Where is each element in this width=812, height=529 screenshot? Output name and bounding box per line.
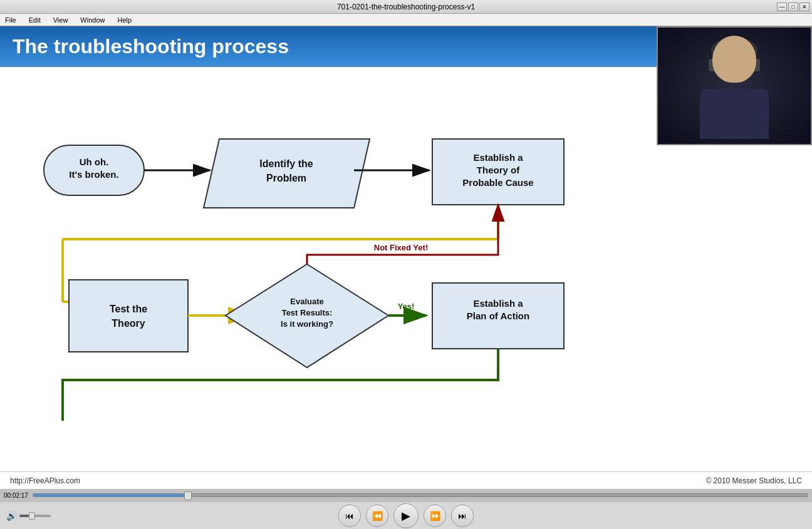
play-button[interactable]: ▶ — [393, 503, 419, 528]
volume-icon[interactable]: 🔊 — [6, 511, 17, 521]
webcam-background — [658, 28, 811, 144]
window-controls[interactable]: — □ ✕ — [777, 3, 809, 11]
svg-text:Evaluate: Evaluate — [290, 297, 323, 306]
svg-text:Uh oh.: Uh oh. — [80, 157, 109, 167]
skip-back-button[interactable]: ⏮ — [338, 505, 361, 527]
time-display: 00:02:17 — [4, 492, 29, 499]
footer-left: http://FreeAPlus.com — [10, 476, 80, 485]
progress-fill — [33, 494, 188, 496]
volume-slider[interactable] — [19, 515, 51, 517]
volume-area: 🔊 — [6, 511, 51, 521]
svg-text:It's broken.: It's broken. — [69, 169, 118, 180]
window-title: 701-0201-the-troubleshooting-process-v1 — [337, 3, 475, 11]
progress-thumb[interactable] — [184, 491, 192, 500]
menu-bar: File Edit View Window Help — [0, 14, 812, 26]
svg-text:Identify the: Identify the — [259, 158, 313, 169]
svg-text:Plan of Action: Plan of Action — [467, 311, 529, 321]
progress-track[interactable] — [33, 493, 808, 497]
content-area: The troubleshooting process — [0, 26, 812, 489]
progress-container: 00:02:17 — [0, 489, 812, 501]
svg-text:Yes!: Yes! — [398, 302, 415, 311]
svg-text:Theory: Theory — [112, 318, 145, 329]
maximize-button[interactable]: □ — [788, 3, 798, 11]
svg-text:Theory of: Theory of — [477, 165, 520, 175]
main-container: The troubleshooting process — [0, 26, 812, 529]
flowchart-diagram: Uh oh. It's broken. Identify the Problem… — [0, 70, 652, 421]
head — [712, 36, 756, 83]
close-button[interactable]: ✕ — [799, 3, 809, 11]
footer-right: © 2010 Messer Studios, LLC — [705, 476, 802, 485]
rewind-button[interactable]: ⏪ — [366, 505, 388, 527]
volume-thumb[interactable] — [29, 512, 35, 520]
menu-view[interactable]: View — [51, 16, 71, 24]
presenter-video — [690, 33, 778, 139]
fast-forward-button[interactable]: ⏩ — [424, 505, 446, 527]
skip-forward-button[interactable]: ⏭ — [451, 505, 474, 527]
slide-area: The troubleshooting process — [0, 26, 812, 489]
webcam-overlay — [657, 26, 812, 145]
footer-bar: http://FreeAPlus.com © 2010 Messer Studi… — [0, 471, 812, 489]
svg-text:Not Fixed Yet!: Not Fixed Yet! — [374, 243, 428, 252]
svg-text:Establish a: Establish a — [473, 298, 523, 309]
minimize-button[interactable]: — — [777, 3, 787, 11]
menu-edit[interactable]: Edit — [26, 16, 43, 24]
svg-rect-21 — [69, 280, 188, 352]
svg-text:Problem: Problem — [266, 173, 306, 183]
svg-text:Probable Cause: Probable Cause — [462, 177, 533, 188]
menu-window[interactable]: Window — [78, 16, 107, 24]
svg-text:Test the: Test the — [110, 304, 147, 314]
svg-text:Test Results:: Test Results: — [282, 308, 333, 317]
svg-text:Is it working?: Is it working? — [281, 319, 333, 329]
volume-fill — [19, 515, 29, 517]
title-bar: 701-0201-the-troubleshooting-process-v1 … — [0, 0, 812, 14]
controls-bar: 🔊 ⏮ ⏪ ▶ ⏩ ⏭ — [0, 501, 812, 529]
menu-help[interactable]: Help — [115, 16, 134, 24]
svg-text:Establish a: Establish a — [473, 152, 523, 163]
menu-file[interactable]: File — [3, 16, 19, 24]
slide-title: The troubleshooting process — [13, 35, 289, 58]
body — [700, 89, 769, 139]
